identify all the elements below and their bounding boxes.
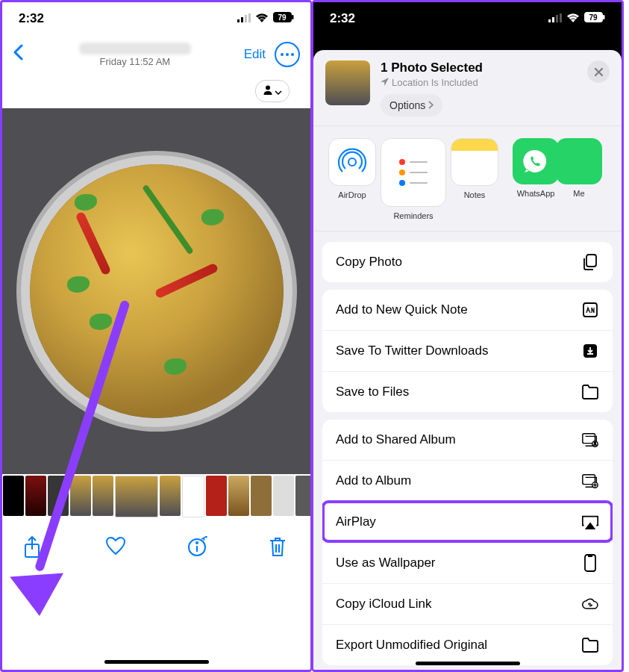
action-label: Copy Photo — [336, 255, 402, 270]
thumb[interactable] — [182, 476, 204, 517]
action-group: Copy Photo — [322, 242, 613, 282]
svg-rect-38 — [585, 555, 595, 571]
action-group: Add to New Quick NoteSave To Twitter Dow… — [322, 290, 613, 412]
thumb-current[interactable] — [115, 476, 158, 517]
svg-point-27 — [348, 158, 356, 166]
svg-rect-28 — [586, 255, 596, 267]
copy-photo-icon — [581, 253, 599, 271]
status-time: 2:32 — [19, 11, 44, 26]
thumb[interactable] — [160, 476, 181, 516]
info-button[interactable] — [187, 536, 207, 557]
add-to-new-quick-note-icon — [581, 301, 599, 319]
delete-button[interactable] — [269, 536, 290, 557]
action-label: Add to New Quick Note — [336, 302, 468, 317]
airplay-icon — [581, 513, 599, 531]
home-indicator[interactable] — [416, 662, 520, 665]
back-button[interactable] — [13, 44, 26, 65]
thumb[interactable] — [25, 476, 46, 516]
people-pill[interactable] — [255, 80, 290, 102]
thumb[interactable] — [273, 476, 294, 516]
app-reminders[interactable]: Reminders — [388, 138, 439, 220]
svg-rect-0 — [237, 19, 240, 22]
action-label: Save to Files — [336, 385, 409, 399]
share-preview-thumb — [325, 60, 370, 105]
battery-icon: 79 — [584, 11, 605, 26]
share-title: 1 Photo Selected — [381, 60, 577, 75]
app-label: AirDrop — [338, 190, 366, 199]
share-location-line: Location Is Included — [381, 77, 577, 88]
share-options-button[interactable]: Options — [381, 94, 442, 116]
partial-icon — [556, 138, 602, 184]
close-button[interactable] — [587, 60, 610, 83]
action-label: Add to Album — [336, 473, 411, 488]
status-bar: 2:32 79 — [2, 2, 310, 32]
app-label: WhatsApp — [517, 189, 555, 198]
svg-rect-3 — [248, 13, 251, 22]
use-as-wallpaper-icon — [581, 554, 599, 572]
app-whatsapp[interactable]: WhatsApp — [510, 138, 561, 220]
blurred-name — [79, 43, 191, 55]
status-bar: 2:32 79 — [313, 2, 622, 32]
export-unmodified-original-icon — [581, 636, 599, 654]
svg-point-10 — [266, 86, 270, 90]
location-arrow-icon — [381, 77, 389, 88]
app-label: Me — [573, 189, 584, 198]
action-copy-photo[interactable]: Copy Photo — [322, 242, 613, 282]
reminders-icon — [381, 138, 446, 207]
action-label: Export Unmodified Original — [336, 638, 487, 653]
app-notes[interactable]: Notes — [449, 138, 500, 220]
svg-rect-21 — [560, 13, 562, 22]
home-indicator[interactable] — [104, 660, 209, 664]
photo-datetime: Friday 11:52 AM — [100, 56, 171, 67]
add-to-album-icon — [581, 472, 599, 490]
svg-point-9 — [291, 53, 294, 56]
thumb[interactable] — [93, 476, 113, 516]
action-save-to-twitter-downloads[interactable]: Save To Twitter Downloads — [322, 330, 613, 371]
thumb[interactable] — [70, 476, 91, 516]
svg-point-33 — [594, 442, 595, 444]
favorite-button[interactable] — [105, 536, 126, 557]
edit-button[interactable]: Edit — [244, 47, 266, 62]
thumbnail-strip[interactable] — [2, 474, 310, 520]
app-airdrop[interactable]: AirDrop — [327, 138, 378, 220]
action-add-to-shared-album[interactable]: Add to Shared Album — [322, 420, 613, 460]
share-sheet: 1 Photo Selected Location Is Included Op… — [313, 50, 622, 670]
action-label: AirPlay — [336, 514, 376, 529]
app-partial[interactable]: Me — [572, 138, 586, 220]
more-button[interactable] — [275, 42, 300, 67]
action-airplay[interactable]: AirPlay — [322, 501, 613, 542]
add-to-shared-album-icon — [581, 431, 599, 449]
action-label: Use as Wallpaper — [336, 556, 436, 570]
svg-rect-5 — [292, 15, 294, 19]
svg-rect-20 — [556, 15, 558, 22]
svg-text:79: 79 — [278, 13, 287, 22]
action-use-as-wallpaper[interactable]: Use as Wallpaper — [322, 542, 613, 583]
action-label: Save To Twitter Downloads — [336, 343, 488, 358]
wifi-icon — [566, 11, 580, 26]
action-save-to-files[interactable]: Save to Files — [322, 371, 613, 412]
svg-text:79: 79 — [589, 13, 598, 22]
whatsapp-icon — [513, 138, 559, 184]
thumb[interactable] — [228, 476, 249, 516]
thumb[interactable] — [295, 476, 310, 516]
person-icon — [263, 84, 273, 98]
navbar: Friday 11:52 AM Edit — [2, 32, 310, 77]
status-time: 2:32 — [330, 11, 355, 26]
action-group: Add to Shared AlbumAdd to AlbumAirPlayUs… — [322, 420, 613, 665]
svg-rect-29 — [583, 303, 597, 317]
action-label: Copy iCloud Link — [336, 597, 432, 612]
cellular-icon — [237, 11, 251, 26]
notes-icon — [451, 138, 498, 186]
thumb[interactable] — [3, 476, 24, 516]
save-to-files-icon — [581, 383, 599, 401]
action-copy-icloud-link[interactable]: Copy iCloud Link — [322, 583, 613, 624]
action-export-unmodified-original[interactable]: Export Unmodified Original — [322, 624, 613, 665]
photo-view[interactable] — [2, 108, 310, 474]
action-add-to-album[interactable]: Add to Album — [322, 460, 613, 501]
thumb[interactable] — [251, 476, 272, 516]
thumb[interactable] — [206, 476, 227, 516]
food-photo — [30, 164, 284, 418]
action-add-to-new-quick-note[interactable]: Add to New Quick Note — [322, 290, 613, 330]
apps-row[interactable]: AirDrop Reminders Notes WhatsApp M — [313, 126, 622, 231]
wifi-icon — [255, 11, 269, 26]
